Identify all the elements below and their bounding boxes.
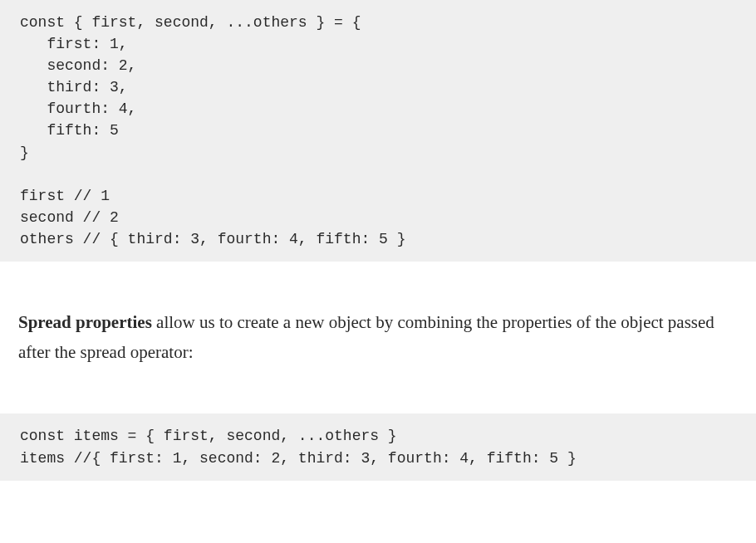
paragraph-strong: Spread properties: [18, 312, 152, 332]
code-block-spread: const items = { first, second, ...others…: [0, 413, 756, 480]
code-block-destructuring: const { first, second, ...others } = { f…: [0, 0, 756, 262]
paragraph-spread-properties: Spread properties allow us to create a n…: [0, 308, 756, 367]
